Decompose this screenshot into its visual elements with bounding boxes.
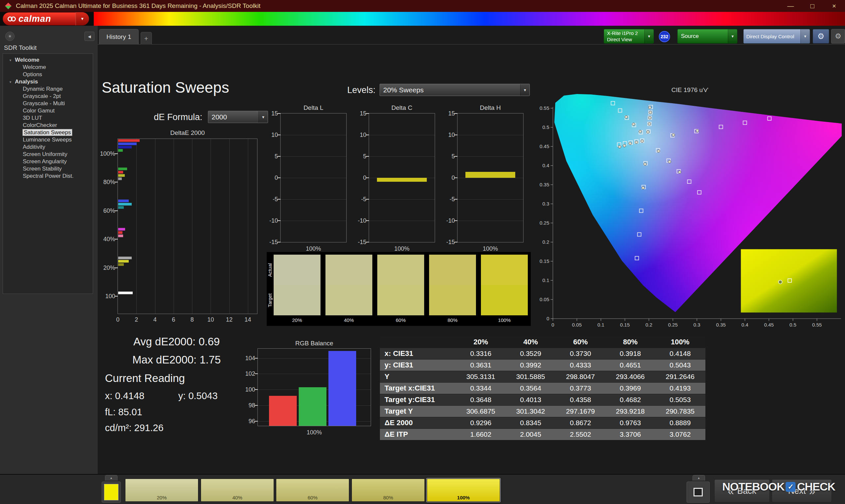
panel-menu-button[interactable]: [5, 32, 15, 41]
svg-text:0.1: 0.1: [597, 322, 604, 327]
svg-text:0: 0: [547, 316, 549, 321]
header-strip: calman ▼: [0, 12, 845, 26]
levels-select[interactable]: 20% Sweeps ▼: [380, 84, 530, 96]
sidebar-item-welcome[interactable]: Welcome: [3, 64, 93, 71]
calman-menu-button[interactable]: calman ▼: [3, 12, 89, 25]
gridline: [281, 135, 346, 135]
sidebar-item-saturation-sweeps[interactable]: Saturation Sweeps: [3, 129, 93, 136]
x-axis-tick-label: 14: [245, 316, 251, 323]
active-pattern-swatch: [104, 484, 119, 500]
target-swatch: [481, 285, 528, 315]
meter-select[interactable]: X-Rite i1Pro 2 Direct View ▼: [604, 29, 654, 43]
page-title: Saturation Sweeps: [102, 78, 229, 96]
table-cell: 0.3992: [506, 361, 556, 369]
delta-h-chart: 151050-5-10-15100%: [457, 113, 524, 242]
pattern-swatch-100%[interactable]: 100%: [427, 479, 500, 502]
svg-text:0.4: 0.4: [741, 322, 748, 327]
y-axis-tick-label: 96: [239, 418, 255, 425]
sidebar-item-additivity[interactable]: Additivity: [3, 143, 93, 151]
chevron-down-icon: ▼: [800, 29, 810, 43]
svg-text:0.05: 0.05: [572, 322, 582, 327]
y-axis-tick-label: 5: [351, 153, 366, 160]
sidebar-item-screen-uniformity[interactable]: Screen Uniformity: [3, 151, 93, 158]
cie-measurement-marker: [649, 111, 652, 114]
de-formula-select[interactable]: 2000 ▼: [208, 111, 268, 123]
gridline: [248, 139, 248, 314]
cie-measurement-marker: [696, 129, 699, 132]
sidebar-item-luminance-sweeps[interactable]: Luminance Sweeps: [3, 136, 93, 143]
sidebar-item-spectral-power-dist[interactable]: Spectral Power Dist.: [3, 173, 93, 180]
sidebar-item-screen-angularity[interactable]: Screen Angularity: [3, 158, 93, 165]
actual-swatch: [481, 255, 528, 285]
y-axis-tick-label: -15: [262, 239, 278, 246]
expand-pattern-panel-button[interactable]: ▲: [105, 475, 118, 481]
table-row-label: Target Y: [380, 407, 456, 416]
workflow-settings-button[interactable]: ⚙: [831, 29, 845, 43]
y-axis-tick-label: 98: [239, 402, 255, 409]
chevron-down-icon[interactable]: ▼: [75, 12, 89, 25]
sidebar-item-dynamic-range[interactable]: Dynamic Range: [3, 86, 93, 93]
pattern-swatch-40%[interactable]: 40%: [201, 479, 274, 502]
delta-l-chart-title: Delta L: [280, 104, 347, 111]
sidebar-item-3d-lut[interactable]: 3D LUT: [3, 114, 93, 122]
minimize-button[interactable]: —: [780, 0, 802, 12]
table-header-cell: 100%: [655, 338, 705, 346]
navigation-tree: ▾WelcomeWelcomeOptions▾AnalysisDynamic R…: [3, 53, 93, 294]
table-cell: 306.6875: [456, 407, 506, 415]
source-select[interactable]: Source ▼: [677, 29, 737, 43]
collapse-sidebar-icon[interactable]: ◄: [85, 32, 94, 41]
axis-tick: [278, 113, 281, 114]
sidebar-item-colorchecker[interactable]: ColorChecker: [3, 122, 93, 129]
maximize-button[interactable]: □: [802, 0, 823, 12]
pattern-swatch-80%[interactable]: 80%: [352, 479, 425, 502]
sidebar-item-color-gamut[interactable]: Color Gamut: [3, 107, 93, 114]
cie-measurement-marker: [647, 131, 650, 133]
tree-expander-icon[interactable]: ▾: [10, 57, 15, 64]
x-axis-tick-label: 8: [191, 316, 194, 323]
sidebar-item-grayscale-2pt[interactable]: Grayscale - 2pt: [3, 93, 93, 100]
table-cell: 1.6602: [456, 430, 506, 438]
tree-expander-icon[interactable]: ▾: [10, 78, 15, 86]
levels-label: Levels:: [347, 85, 376, 95]
axis-tick: [455, 156, 457, 157]
add-tab-button[interactable]: +: [141, 32, 152, 44]
axis-tick: [255, 358, 258, 359]
pattern-swatch-20%[interactable]: 20%: [125, 479, 198, 502]
current-reading-cdm2: cd/m²: 291.26: [105, 422, 217, 433]
sidebar-item-grayscale-multi[interactable]: Grayscale - Multi: [3, 100, 93, 107]
table-cell: 297.1679: [556, 407, 605, 415]
table-cell: 0.8889: [655, 419, 705, 427]
table-cell: 301.5885: [506, 373, 556, 381]
pattern-bar: ▲ ▲ « Back Next » 20%40%60%80%100%: [0, 474, 845, 504]
tab-history-1[interactable]: History 1: [99, 29, 139, 44]
table-cell: 291.2646: [655, 373, 705, 381]
green-balance-bar: [299, 387, 327, 426]
pattern-swatch-label: 80%: [352, 495, 424, 500]
expand-pattern-window-button[interactable]: ▲: [692, 475, 705, 481]
axis-tick: [455, 134, 457, 135]
notebookcheck-watermark: NOTEBOOK ✓ CHECK: [722, 480, 835, 493]
axis-tick: [115, 211, 118, 211]
pattern-swatch-60%[interactable]: 60%: [276, 479, 349, 502]
close-button[interactable]: ×: [823, 0, 845, 12]
direct-display-control-select[interactable]: Direct Display Control ▼: [743, 29, 810, 43]
y-axis-tick-label: 15: [351, 110, 366, 117]
active-pattern-button[interactable]: [102, 482, 121, 503]
gridline: [174, 139, 174, 314]
y-axis-tick-label: -15: [351, 239, 366, 246]
settings-button[interactable]: ⚙: [813, 29, 829, 43]
sidebar-item-label: ColorChecker: [23, 122, 57, 128]
window-controls: — □ ×: [780, 0, 845, 12]
y-axis-tick-label: 80%: [95, 179, 115, 186]
pattern-window-button[interactable]: [687, 482, 710, 503]
sidebar-item-screen-stability[interactable]: Screen Stability: [3, 165, 93, 173]
deltae-bar: [118, 178, 122, 180]
sidebar-item-welcome[interactable]: ▾Welcome: [3, 56, 93, 64]
actual-swatch: [377, 255, 424, 285]
sidebar-item-options[interactable]: Options: [3, 71, 93, 78]
rgb-balance-chart-title: RGB Balance: [258, 340, 371, 347]
table-cell: 0.4193: [655, 384, 705, 392]
de-formula-label: dE Formula:: [154, 112, 203, 122]
sidebar-item-analysis[interactable]: ▾Analysis: [3, 78, 93, 86]
cie-measurement-marker: [649, 106, 652, 109]
